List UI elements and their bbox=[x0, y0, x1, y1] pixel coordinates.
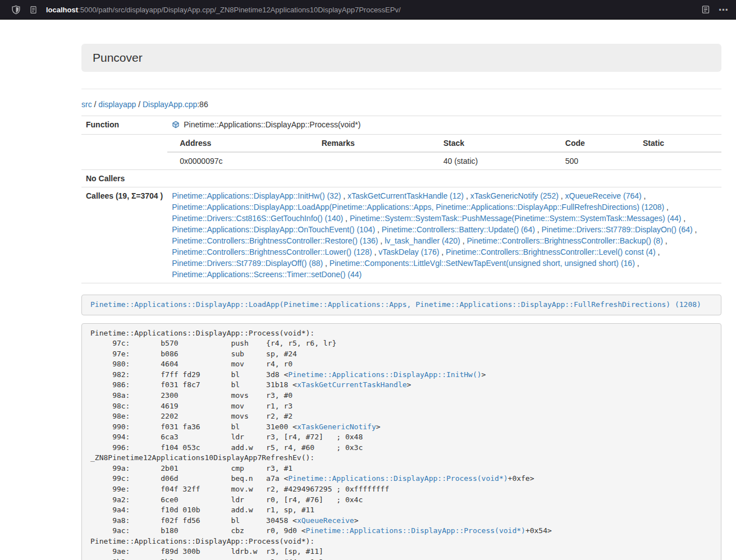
callee-link[interactable]: Pinetime::Components::LittleVgl::SetNewT… bbox=[330, 259, 635, 268]
callees-label: Callees (19, Σ=3704 ) bbox=[81, 187, 167, 283]
col-static: Static bbox=[638, 135, 721, 152]
url-host: localhost bbox=[46, 6, 78, 14]
callee-link[interactable]: Pinetime::Controllers::BrightnessControl… bbox=[467, 236, 662, 245]
no-callers-row: No Callers bbox=[81, 170, 721, 187]
callee-link[interactable]: Pinetime::Drivers::St7789::DisplayOn() (… bbox=[542, 225, 693, 234]
remarks-value bbox=[317, 152, 439, 169]
static-value bbox=[638, 152, 721, 169]
callee-link[interactable]: xQueueReceive (764) bbox=[565, 191, 642, 200]
function-row: Function Pinetime::Applications::Display… bbox=[81, 116, 721, 135]
function-icon bbox=[172, 120, 180, 131]
shield-icon[interactable] bbox=[11, 5, 21, 15]
snippet-header-link[interactable]: Pinetime::Applications::DisplayApp::Load… bbox=[90, 300, 701, 309]
function-table: Function Pinetime::Applications::Display… bbox=[81, 116, 721, 283]
page-icon bbox=[29, 6, 38, 14]
metrics-header-row: Address Remarks Stack Code Static bbox=[167, 135, 721, 152]
breadcrumb-link[interactable]: displayapp bbox=[98, 100, 136, 109]
no-callers-label: No Callers bbox=[81, 170, 167, 187]
browser-chrome: localhost:5000/path/src/displayapp/Displ… bbox=[0, 0, 736, 20]
callee-link[interactable]: Pinetime::Applications::DisplayApp::OnTo… bbox=[172, 225, 375, 234]
breadcrumb-separator: / bbox=[92, 100, 99, 109]
col-address: Address bbox=[167, 135, 317, 152]
callee-link[interactable]: Pinetime::Controllers::BrightnessControl… bbox=[172, 247, 372, 256]
url-path: :5000/path/src/displayapp/DisplayApp.cpp… bbox=[78, 6, 401, 14]
callee-link[interactable]: Pinetime::Controllers::BrightnessControl… bbox=[172, 236, 378, 245]
page-title: Puncover bbox=[93, 51, 143, 64]
callee-link[interactable]: Pinetime::Controllers::Battery::Update()… bbox=[382, 225, 535, 234]
metrics-values-row: 0x0000097c 40 (static) 500 bbox=[167, 152, 721, 169]
breadcrumb-link[interactable]: DisplayApp.cpp bbox=[143, 100, 197, 109]
function-name-cell: Pinetime::Applications::DisplayApp::Proc… bbox=[167, 116, 721, 135]
symbol-link[interactable]: Pinetime::Applications::DisplayApp::Proc… bbox=[288, 474, 508, 483]
col-stack: Stack bbox=[439, 135, 561, 152]
metrics-row: Address Remarks Stack Code Static 0x0000… bbox=[81, 135, 721, 170]
breadcrumb: src / displayapp / DisplayApp.cpp:86 bbox=[81, 100, 721, 109]
col-code: Code bbox=[561, 135, 638, 152]
app-header: Puncover bbox=[81, 44, 721, 72]
url-bar[interactable]: localhost:5000/path/src/displayapp/Displ… bbox=[46, 6, 401, 14]
breadcrumb-link[interactable]: src bbox=[81, 100, 92, 109]
symbol-link[interactable]: xTaskGenericNotify bbox=[297, 423, 376, 431]
callees-row: Callees (19, Σ=3704 ) Pinetime::Applicat… bbox=[81, 187, 721, 283]
no-callers-cell bbox=[167, 170, 721, 187]
breadcrumb-separator: / bbox=[136, 100, 143, 109]
code-value: 500 bbox=[561, 152, 638, 169]
symbol-link[interactable]: xQueueReceive bbox=[297, 516, 354, 525]
divider bbox=[81, 89, 721, 89]
symbol-link[interactable]: Pinetime::Applications::DisplayApp::Proc… bbox=[306, 526, 525, 535]
callee-link[interactable]: xTaskGenericNotify (252) bbox=[470, 191, 559, 200]
callee-link[interactable]: vTaskDelay (176) bbox=[378, 247, 439, 256]
snippet-header: Pinetime::Applications::DisplayApp::Load… bbox=[81, 295, 721, 315]
content-area: Puncover src / displayapp / DisplayApp.c… bbox=[81, 44, 721, 560]
breadcrumb-line-number: :86 bbox=[197, 100, 208, 109]
stack-value: 40 (static) bbox=[439, 152, 561, 169]
callee-link[interactable]: Pinetime::Applications::Screens::Timer::… bbox=[172, 270, 362, 279]
empty-label-cell bbox=[81, 135, 167, 170]
callee-link[interactable]: Pinetime::Drivers::Cst816S::GetTouchInfo… bbox=[172, 214, 343, 223]
symbol-link[interactable]: Pinetime::Applications::DisplayApp::Init… bbox=[288, 370, 481, 379]
function-label: Function bbox=[81, 116, 167, 135]
overflow-menu-icon[interactable]: ⋯ bbox=[719, 5, 728, 15]
callee-link[interactable]: Pinetime::Drivers::St7789::DisplayOff() … bbox=[172, 259, 323, 268]
callee-link[interactable]: Pinetime::System::SystemTask::PushMessag… bbox=[350, 214, 682, 223]
disassembly-block: Pinetime::Applications::DisplayApp::Proc… bbox=[81, 323, 721, 560]
callees-list: Pinetime::Applications::DisplayApp::Init… bbox=[167, 187, 721, 283]
callee-link[interactable]: Pinetime::Controllers::BrightnessControl… bbox=[446, 247, 655, 256]
function-name: Pinetime::Applications::DisplayApp::Proc… bbox=[184, 120, 360, 129]
reader-view-icon[interactable] bbox=[701, 5, 710, 14]
address-value: 0x0000097c bbox=[167, 152, 317, 169]
callee-link[interactable]: Pinetime::Applications::DisplayApp::Init… bbox=[172, 191, 341, 200]
symbol-link[interactable]: xTaskGetCurrentTaskHandle bbox=[297, 380, 407, 389]
callee-link[interactable]: lv_task_handler (420) bbox=[385, 236, 460, 245]
metrics-table: Address Remarks Stack Code Static 0x0000… bbox=[167, 135, 721, 169]
callee-link[interactable]: xTaskGetCurrentTaskHandle (12) bbox=[348, 191, 464, 200]
col-remarks: Remarks bbox=[317, 135, 439, 152]
callee-link[interactable]: Pinetime::Applications::DisplayApp::Load… bbox=[172, 203, 664, 212]
